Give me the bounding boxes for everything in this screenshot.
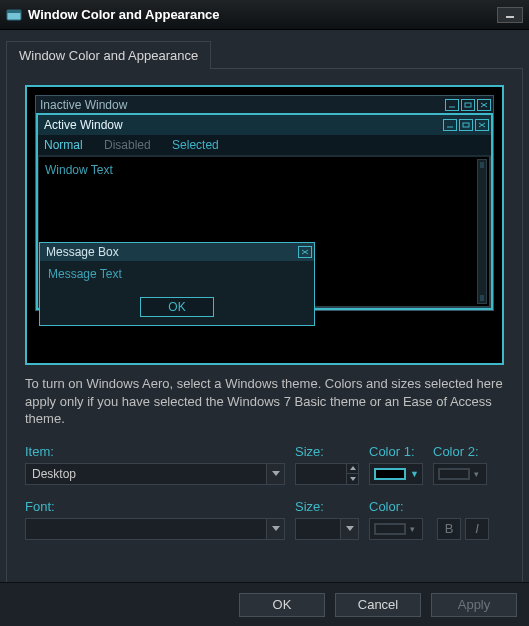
font-row: Font: Size: — [25, 499, 504, 540]
font-color-swatch — [374, 523, 406, 535]
font-size-select[interactable] — [295, 518, 359, 540]
menu-item-selected: Selected — [172, 138, 219, 152]
ok-button[interactable]: OK — [239, 593, 325, 617]
svg-marker-13 — [272, 471, 280, 476]
size-spinner[interactable] — [295, 463, 359, 485]
inactive-window-title: Inactive Window — [40, 98, 127, 112]
item-label: Item: — [25, 444, 285, 459]
message-box-body: Message Text — [40, 261, 314, 293]
minimize-icon — [445, 99, 459, 111]
svg-rect-8 — [463, 123, 469, 127]
tab-window-color[interactable]: Window Color and Appearance — [6, 41, 211, 69]
close-icon — [475, 119, 489, 131]
message-box-preview: Message Box Message Text OK — [39, 242, 315, 326]
menu-item-disabled: Disabled — [104, 138, 151, 152]
item-value: Desktop — [32, 467, 76, 481]
item-select[interactable]: Desktop — [25, 463, 285, 485]
message-box-ok-button: OK — [140, 297, 214, 317]
font-label: Font: — [25, 499, 285, 514]
chevron-down-icon — [266, 464, 284, 484]
font-size-label: Size: — [295, 499, 359, 514]
bold-button[interactable]: B — [437, 518, 461, 540]
svg-rect-4 — [465, 103, 471, 107]
svg-marker-14 — [350, 466, 356, 470]
vertical-scrollbar[interactable] — [477, 159, 487, 304]
italic-button[interactable]: I — [465, 518, 489, 540]
font-select[interactable] — [25, 518, 285, 540]
apply-button[interactable]: Apply — [431, 593, 517, 617]
window-text: Window Text — [45, 163, 113, 177]
size-label: Size: — [295, 444, 359, 459]
color2-swatch — [438, 468, 470, 480]
active-window-title: Active Window — [44, 118, 123, 132]
description-text: To turn on Windows Aero, select a Window… — [25, 375, 504, 428]
svg-marker-17 — [346, 526, 354, 531]
minimize-button[interactable] — [497, 7, 523, 23]
tab-label: Window Color and Appearance — [19, 48, 198, 63]
chevron-down-icon — [266, 519, 284, 539]
spinner-down-icon[interactable] — [347, 474, 358, 484]
item-row: Item: Desktop Size: — [25, 444, 504, 485]
chevron-down-icon: ▼ — [410, 469, 418, 479]
window-titlebar: Window Color and Appearance — [0, 0, 529, 30]
color2-label: Color 2: — [433, 444, 487, 459]
maximize-icon — [461, 99, 475, 111]
close-icon — [477, 99, 491, 111]
maximize-icon — [459, 119, 473, 131]
menu-item-normal: Normal — [44, 138, 83, 152]
color1-swatch — [374, 468, 406, 480]
window-body: Window Color and Appearance Inactive Win… — [0, 30, 529, 626]
chevron-down-icon: ▾ — [474, 469, 482, 479]
font-color-button[interactable]: ▾ — [369, 518, 423, 540]
message-box-title: Message Box — [46, 245, 119, 259]
svg-rect-1 — [7, 10, 21, 13]
color2-button[interactable]: ▾ — [433, 463, 487, 485]
chevron-down-icon — [340, 519, 358, 539]
color1-label: Color 1: — [369, 444, 423, 459]
menu-bar: Normal Disabled Selected — [38, 135, 491, 156]
color1-button[interactable]: ▼ — [369, 463, 423, 485]
window-title: Window Color and Appearance — [28, 7, 220, 22]
font-color-label: Color: — [369, 499, 423, 514]
tab-page: Inactive Window Active Window — [6, 68, 523, 598]
active-window-titlebar: Active Window — [38, 115, 491, 135]
svg-marker-16 — [272, 526, 280, 531]
minimize-icon — [443, 119, 457, 131]
action-bar: OK Cancel Apply — [0, 582, 529, 626]
chevron-down-icon: ▾ — [410, 524, 418, 534]
svg-marker-15 — [350, 477, 356, 481]
inactive-window-titlebar: Inactive Window — [36, 96, 493, 114]
message-text: Message Text — [48, 267, 122, 281]
close-icon — [298, 246, 312, 258]
preview-area: Inactive Window Active Window — [25, 85, 504, 365]
message-box-titlebar: Message Box — [40, 243, 314, 261]
window-icon — [6, 7, 22, 23]
cancel-button[interactable]: Cancel — [335, 593, 421, 617]
spinner-up-icon[interactable] — [347, 464, 358, 474]
